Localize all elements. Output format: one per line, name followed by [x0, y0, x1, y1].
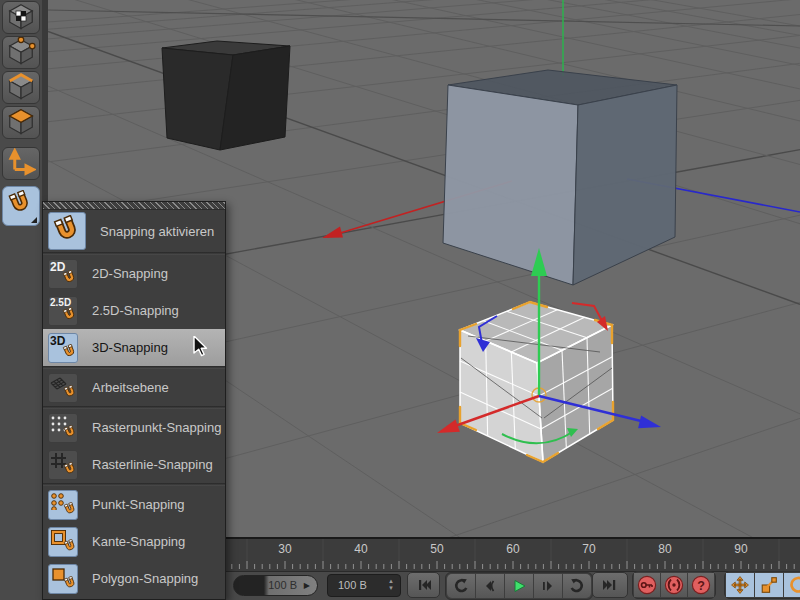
ruler-frame-label: 90	[734, 542, 747, 556]
cube-points-icon	[6, 37, 36, 69]
spinner-arrows-icon[interactable]: ▲▼	[388, 578, 394, 592]
menu-tear-off-handle[interactable]	[43, 202, 225, 210]
left-toolbar	[0, 0, 42, 600]
mini-magnet-icon	[63, 502, 78, 521]
current-frame-slider[interactable]: 100 B ▶	[233, 575, 318, 596]
x-axis-arrow[interactable]	[437, 420, 460, 434]
selected-subdivided-cube[interactable]	[460, 302, 613, 462]
mini-magnet-icon	[63, 462, 78, 481]
gridline-magnet-icon	[48, 450, 78, 480]
c4d-window: 30405060708090 100 B ▶ 100 B ▲▼	[0, 0, 800, 600]
play-forwards-button[interactable]	[505, 574, 533, 598]
scale-tool-icon	[760, 576, 778, 594]
key-record-icon	[637, 575, 657, 595]
ruler-frame-label: 80	[658, 542, 671, 556]
goto-end-icon	[602, 577, 618, 593]
play-icon	[511, 578, 527, 594]
magnet-3d-icon: 3D	[48, 333, 78, 363]
next-frame-button[interactable]	[534, 574, 562, 598]
menu-item-label: 2.5D-Snapping	[92, 303, 179, 318]
ruler-frame-label: 60	[506, 542, 519, 556]
magnet-icon	[48, 212, 86, 250]
snapping-menu: Snapping aktivieren2D 2D-Snapping2.5D 2.…	[42, 201, 226, 600]
slider-arrow-icon: ▶	[304, 581, 310, 590]
scale-tool-button[interactable]	[755, 573, 783, 597]
record-keyframe-button[interactable]	[634, 573, 660, 597]
ruler-frame-label: 40	[354, 542, 367, 556]
play-backwards-icon	[453, 578, 469, 594]
points-mode-button[interactable]	[2, 36, 40, 69]
transport-group	[445, 572, 593, 600]
previous-frame-button[interactable]	[476, 574, 504, 598]
tool-group	[724, 571, 800, 599]
menu-item-label: Kante-Snapping	[92, 534, 185, 549]
menu-item-polygon-snapping[interactable]: Polygon-Snapping	[43, 560, 225, 597]
menu-item-kante-snapping[interactable]: Kante-Snapping	[43, 523, 225, 560]
rotate-tool-button[interactable]	[784, 573, 800, 597]
gridpoint-magnet-icon	[48, 413, 78, 443]
z-axis-arrow[interactable]	[638, 416, 661, 429]
dark-cube[interactable]	[162, 41, 290, 150]
menu-item-label: Polygon-Snapping	[92, 571, 198, 586]
menu-item-arbeitsebene[interactable]: Arbeitsebene	[43, 369, 225, 406]
goto-end-button[interactable]	[592, 572, 628, 598]
menu-item-label: Punkt-Snapping	[92, 497, 185, 512]
cube-checker-icon	[6, 2, 36, 34]
menu-item-rasterlinie-snapping[interactable]: Rasterlinie-Snapping	[43, 446, 225, 483]
menu-item-label: Rasterlinie-Snapping	[92, 457, 213, 472]
edge-magnet-icon	[48, 527, 78, 557]
play-cycle-button[interactable]	[563, 574, 591, 598]
ruler-frame-label: 50	[430, 542, 443, 556]
workplane-axis-button[interactable]	[2, 147, 40, 180]
mini-magnet-icon	[62, 270, 78, 290]
menu-item-label: Snapping aktivieren	[100, 224, 214, 239]
record-question-button[interactable]: ?	[688, 573, 714, 597]
axis-arrows-icon	[6, 148, 36, 180]
menu-item-snapping-aktivieren[interactable]: Snapping aktivieren	[43, 210, 225, 252]
workplane-magnet-icon	[48, 373, 78, 403]
magnet-icon	[52, 215, 84, 251]
move-tool-icon	[731, 576, 749, 594]
point-magnet-icon	[48, 490, 78, 520]
play-cycle-icon	[569, 578, 585, 594]
play-backwards-button[interactable]	[447, 574, 475, 598]
polygons-mode-button[interactable]	[2, 106, 40, 139]
semi-transparent-cube[interactable]	[443, 70, 677, 285]
mini-magnet-icon	[62, 344, 78, 364]
previous-frame-icon	[482, 578, 498, 594]
current-frame-value: 100 B	[268, 579, 297, 591]
menu-item-label: Rasterpunkt-Snapping	[92, 420, 221, 435]
ruler-frame-label: 70	[582, 542, 595, 556]
menu-item-punkt-snapping[interactable]: Punkt-Snapping	[43, 486, 225, 523]
edges-mode-button[interactable]	[2, 71, 40, 104]
menu-item-rasterpunkt-snapping[interactable]: Rasterpunkt-Snapping	[43, 409, 225, 446]
cube-face-icon	[6, 107, 36, 139]
magnet-25d-icon: 2.5D	[48, 296, 78, 326]
mini-magnet-icon	[63, 576, 78, 595]
mini-magnet-icon	[63, 385, 78, 404]
polygon-magnet-icon	[48, 564, 78, 594]
snapping-button[interactable]	[2, 186, 40, 226]
ruler-frame-label: 30	[278, 542, 291, 556]
menu-item-2d-snapping[interactable]: 2D 2D-Snapping	[43, 255, 225, 292]
texture-mode-button[interactable]	[2, 1, 40, 34]
cube-edges-icon	[6, 72, 36, 104]
goto-start-button[interactable]	[407, 572, 440, 598]
rotate-tool-icon	[789, 576, 800, 594]
mini-magnet-icon	[63, 539, 78, 558]
menu-item-2-5d-snapping[interactable]: 2.5D 2.5D-Snapping	[43, 292, 225, 329]
frame-range-field[interactable]: 100 B ▲▼	[327, 574, 401, 597]
menu-item-label: 3D-Snapping	[92, 340, 168, 355]
menu-item-label: 2D-Snapping	[92, 266, 168, 281]
menu-item-label: Arbeitsebene	[92, 380, 169, 395]
record-group: ?	[632, 571, 716, 599]
frame-range-value: 100 B	[338, 579, 367, 591]
record-autokey-button[interactable]	[661, 573, 687, 597]
mouse-cursor	[193, 336, 213, 358]
svg-text:?: ?	[697, 579, 705, 593]
goto-start-icon	[416, 577, 432, 593]
mini-magnet-icon	[63, 425, 78, 444]
next-frame-icon	[540, 578, 556, 594]
move-tool-button[interactable]	[726, 573, 754, 597]
question-record-icon: ?	[691, 575, 711, 595]
